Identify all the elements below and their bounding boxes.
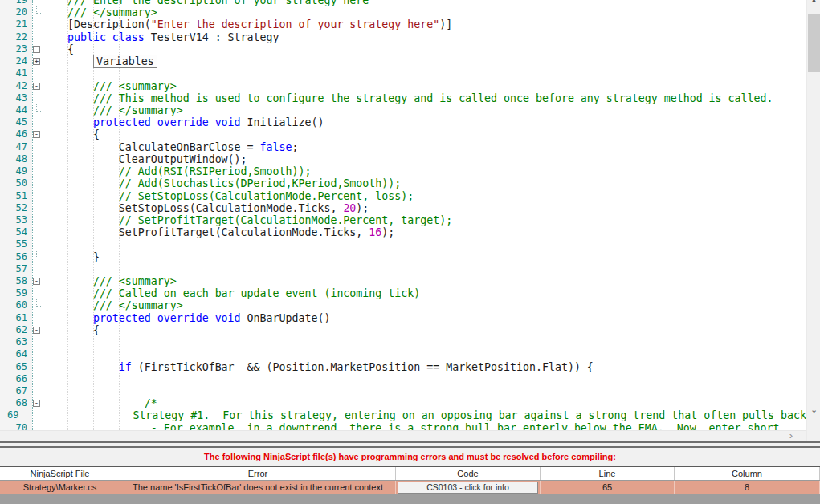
- fold-margin: [32, 153, 42, 165]
- panel-splitter[interactable]: [0, 441, 820, 448]
- fold-toggle-icon[interactable]: -: [33, 278, 40, 285]
- line-number: 20: [0, 6, 32, 18]
- line-number: 50: [0, 177, 32, 189]
- fold-toggle-icon[interactable]: -: [33, 131, 40, 138]
- code-text: /// This method is used to configure the…: [42, 92, 773, 104]
- error-line-cell: 65: [541, 481, 675, 494]
- code-line: 65 if (FirstTickOfBar && (Position.Marke…: [0, 361, 806, 373]
- error-table-header: NinjaScript File Error Code Line Column: [0, 467, 820, 481]
- code-token: );: [381, 226, 394, 238]
- fold-toggle-icon[interactable]: [33, 46, 40, 53]
- code-lines: 19 /// Enter the description of your str…: [0, 0, 806, 434]
- line-number: 66: [0, 373, 32, 385]
- code-token: Initialize(): [241, 116, 324, 128]
- error-table-row[interactable]: Strategy\Marker.cs The name 'IsFirstTick…: [0, 481, 820, 494]
- code-editor-area[interactable]: 19 /// Enter the description of your str…: [0, 0, 820, 441]
- code-token: 20: [343, 202, 356, 214]
- fold-toggle-icon[interactable]: -: [33, 400, 40, 407]
- code-token: // SetProfitTarget(CalculationMode.Perce…: [42, 214, 452, 226]
- code-token: protected override void: [42, 312, 241, 324]
- line-number: 21: [0, 18, 32, 30]
- fold-margin: [32, 226, 42, 238]
- code-line: 68- /*: [0, 397, 806, 409]
- code-text: protected override void OnBarUpdate(): [42, 312, 330, 324]
- code-line: 57: [0, 263, 806, 275]
- vertical-scrollbar[interactable]: ▲ ⌄: [806, 0, 820, 441]
- code-line: 62- {: [0, 324, 806, 336]
- code-line: 63: [0, 336, 806, 348]
- error-column-cell: 8: [675, 481, 820, 494]
- fold-margin: [32, 0, 42, 6]
- line-number: 61: [0, 312, 32, 324]
- code-token: /// Enter the description of your strate…: [42, 0, 369, 6]
- code-token: ;: [292, 141, 298, 153]
- code-token: CalculateOnBarClose =: [42, 141, 260, 153]
- fold-toggle-icon[interactable]: -: [33, 327, 40, 334]
- code-text: // SetStopLoss(CalculationMode.Percent, …: [42, 190, 414, 202]
- code-token: public class: [42, 31, 145, 43]
- fold-end-icon: [36, 104, 41, 112]
- scroll-right-icon[interactable]: ›: [785, 431, 797, 441]
- line-number: 43: [0, 92, 32, 104]
- fold-toggle-icon[interactable]: -: [33, 83, 40, 90]
- line-number: 46: [0, 128, 32, 140]
- code-token: /// </summary>: [42, 299, 183, 311]
- code-line: 59 /// Called on each bar update event (…: [0, 287, 806, 299]
- line-number: 24: [0, 55, 32, 67]
- error-code-info-button[interactable]: CS0103 - click for info: [398, 482, 538, 494]
- code-text: /// </summary>: [42, 6, 157, 18]
- code-line: 58- /// <summary>: [0, 275, 806, 287]
- fold-margin: [32, 165, 42, 177]
- fold-margin: -: [32, 324, 42, 336]
- code-line: 46- {: [0, 128, 806, 140]
- fold-toggle-icon[interactable]: +: [33, 58, 40, 65]
- code-text: {: [42, 324, 100, 336]
- code-token: 16: [369, 226, 381, 238]
- code-token: TesterV14 : Strategy: [145, 31, 279, 43]
- fold-margin: [32, 251, 42, 263]
- line-number: 53: [0, 214, 32, 226]
- line-number: 68: [0, 397, 32, 409]
- code-token: protected override void: [42, 116, 241, 128]
- code-token: // Add(Stochastics(DPeriod,KPeriod,Smoot…: [42, 177, 401, 189]
- fold-margin: [32, 238, 42, 250]
- collapsed-region-variables[interactable]: Variables: [93, 55, 157, 68]
- line-number: 19: [0, 0, 32, 6]
- code-text: /// Called on each bar update event (inc…: [42, 287, 420, 299]
- line-number: 54: [0, 226, 32, 238]
- fold-margin: [32, 361, 42, 373]
- code-line: 24+ Variables: [0, 55, 806, 67]
- fold-margin: [32, 348, 42, 360]
- code-text: /*: [42, 397, 157, 409]
- code-token: }: [42, 251, 100, 263]
- vertical-scrollbar-thumb[interactable]: [808, 14, 820, 72]
- code-line: 67: [0, 385, 806, 397]
- fold-end-icon: [36, 299, 41, 307]
- fold-margin: [32, 67, 42, 79]
- code-line: 21 [Description("Enter the description o…: [0, 18, 806, 30]
- code-token: /// </summary>: [42, 104, 183, 116]
- scroll-up-icon[interactable]: ▲: [807, 0, 820, 6]
- fold-margin: [32, 177, 42, 189]
- code-line: 45 protected override void Initialize(): [0, 116, 806, 128]
- code-token: /// <summary>: [42, 80, 177, 92]
- fold-margin: -: [32, 128, 42, 140]
- fold-margin: [32, 385, 42, 397]
- line-number: 59: [0, 287, 32, 299]
- code-line: 19 /// Enter the description of your str…: [0, 0, 806, 6]
- line-number: 23: [0, 43, 32, 55]
- fold-margin: [32, 336, 42, 348]
- fold-margin: -: [32, 397, 42, 409]
- fold-margin: [32, 31, 42, 43]
- code-token: if: [42, 361, 132, 373]
- code-text: SetStopLoss(CalculationMode.Ticks, 20);: [42, 202, 369, 214]
- code-token: // Add(RSI(RSIPeriod,Smooth));: [42, 165, 311, 177]
- scroll-down-icon[interactable]: ⌄: [807, 404, 820, 417]
- ninjascript-editor-window: 19 /// Enter the description of your str…: [0, 0, 820, 504]
- code-text: /// <summary>: [42, 275, 177, 287]
- code-text: ClearOutputWindow();: [42, 153, 247, 165]
- code-line: 64: [0, 348, 806, 360]
- code-token: SetProfitTarget(CalculationMode.Ticks,: [42, 226, 369, 238]
- fold-margin: [32, 312, 42, 324]
- horizontal-scrollbar[interactable]: ›: [0, 430, 806, 441]
